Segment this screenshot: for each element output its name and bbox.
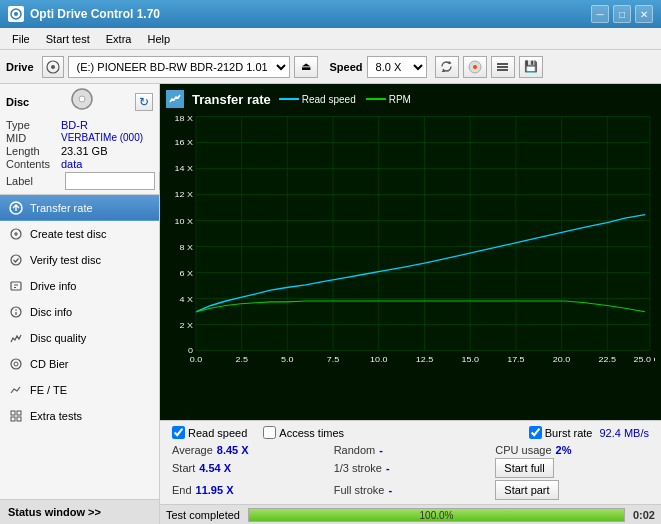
nav-transfer-rate[interactable]: Transfer rate: [0, 195, 159, 221]
nav-disc-quality[interactable]: Disc quality: [0, 325, 159, 351]
transfer-rate-icon: [8, 200, 24, 216]
svg-rect-16: [11, 282, 21, 290]
svg-rect-8: [497, 63, 508, 65]
start-value: 4.54 X: [199, 462, 231, 474]
cpu-value: 2%: [556, 444, 572, 456]
save-button[interactable]: 💾: [519, 56, 543, 78]
disc-mid-label: MID: [6, 132, 61, 144]
svg-text:12 X: 12 X: [174, 190, 193, 199]
start-full-button[interactable]: Start full: [495, 458, 553, 478]
legend-rpm-label: RPM: [389, 94, 411, 105]
svg-point-18: [15, 309, 17, 311]
cd-bier-icon: [8, 356, 24, 372]
stats-row-3: End 11.95 X Full stroke - Start part: [172, 480, 649, 500]
drive-icon-button[interactable]: [42, 56, 64, 78]
svg-text:0.0: 0.0: [190, 355, 203, 364]
verify-test-disc-icon: [8, 252, 24, 268]
svg-text:17.5: 17.5: [507, 355, 525, 364]
disc-contents-row: Contents data: [6, 158, 153, 170]
svg-text:2 X: 2 X: [179, 320, 193, 329]
menu-extra[interactable]: Extra: [98, 31, 140, 47]
chart-title-icon: [166, 90, 184, 108]
menu-file[interactable]: File: [4, 31, 38, 47]
svg-text:25.0 GB: 25.0 GB: [634, 355, 655, 364]
nav-drive-info-label: Drive info: [30, 280, 76, 292]
burn-button[interactable]: [463, 56, 487, 78]
titlebar-left: Opti Drive Control 1.70: [8, 6, 160, 22]
disc-contents-label: Contents: [6, 158, 61, 170]
stat-start-full: Start full: [495, 458, 649, 478]
refresh-button[interactable]: [435, 56, 459, 78]
progress-percent: 100.0%: [420, 509, 454, 520]
cpu-label: CPU usage: [495, 444, 551, 456]
nav-disc-info-label: Disc info: [30, 306, 72, 318]
progress-bar-container: Test completed 100.0% 0:02: [160, 504, 661, 524]
end-value: 11.95 X: [196, 484, 234, 496]
average-label: Average: [172, 444, 213, 456]
svg-text:4 X: 4 X: [179, 294, 193, 303]
menu-start-test[interactable]: Start test: [38, 31, 98, 47]
drive-select[interactable]: (E:) PIONEER BD-RW BDR-212D 1.01: [68, 56, 290, 78]
nav-extra-tests[interactable]: Extra tests: [0, 403, 159, 429]
nav-verify-test-disc[interactable]: Verify test disc: [0, 247, 159, 273]
checkbox-access-times[interactable]: Access times: [263, 426, 344, 439]
stat-end: End 11.95 X: [172, 480, 326, 500]
access-times-checkbox-label: Access times: [279, 427, 344, 439]
status-window-button[interactable]: Status window >>: [0, 500, 159, 524]
toolbar: Drive (E:) PIONEER BD-RW BDR-212D 1.01 ⏏…: [0, 50, 661, 84]
burst-rate-checkbox[interactable]: [529, 426, 542, 439]
svg-text:10.0: 10.0: [370, 355, 388, 364]
disc-type-label: Type: [6, 119, 61, 131]
menu-help[interactable]: Help: [139, 31, 178, 47]
nav-disc-info[interactable]: Disc info: [0, 299, 159, 325]
svg-rect-10: [497, 69, 508, 71]
close-button[interactable]: ✕: [635, 5, 653, 23]
legend-read-speed: Read speed: [279, 94, 356, 105]
svg-text:5.0: 5.0: [281, 355, 294, 364]
extra-tests-icon: [8, 408, 24, 424]
read-speed-checkbox-label: Read speed: [188, 427, 247, 439]
settings-button[interactable]: [491, 56, 515, 78]
nav-transfer-rate-label: Transfer rate: [30, 202, 93, 214]
disc-type-row: Type BD-R: [6, 119, 153, 131]
status-window-label: Status window >>: [8, 506, 101, 518]
maximize-button[interactable]: □: [613, 5, 631, 23]
chart-title-bar: Transfer rate Read speed RPM: [166, 90, 655, 108]
refresh-icon[interactable]: ↻: [135, 93, 153, 111]
eject-button[interactable]: ⏏: [294, 56, 318, 78]
titlebar: Opti Drive Control 1.70 ─ □ ✕: [0, 0, 661, 28]
svg-text:16 X: 16 X: [174, 138, 193, 147]
read-speed-checkbox[interactable]: [172, 426, 185, 439]
disc-contents-value: data: [61, 158, 82, 170]
progress-bar-outer: 100.0%: [248, 508, 625, 522]
stroke13-value: -: [386, 462, 390, 474]
legend-rpm-color: [366, 98, 386, 100]
svg-point-19: [11, 359, 21, 369]
disc-title: Disc: [6, 96, 29, 108]
svg-rect-9: [497, 66, 508, 68]
nav-fe-te[interactable]: FE / TE: [0, 377, 159, 403]
speed-label: Speed: [330, 61, 363, 73]
svg-text:6 X: 6 X: [179, 268, 193, 277]
end-label: End: [172, 484, 192, 496]
minimize-button[interactable]: ─: [591, 5, 609, 23]
start-part-button[interactable]: Start part: [495, 480, 558, 500]
time-text: 0:02: [633, 509, 655, 521]
nav-drive-info[interactable]: Drive info: [0, 273, 159, 299]
chart-container: Transfer rate Read speed RPM: [160, 84, 661, 420]
disc-icon: [71, 88, 93, 115]
disc-label-input[interactable]: [65, 172, 155, 190]
svg-text:2.5: 2.5: [235, 355, 248, 364]
nav-cd-bier-label: CD Bier: [30, 358, 69, 370]
checkbox-read-speed[interactable]: Read speed: [172, 426, 247, 439]
access-times-checkbox[interactable]: [263, 426, 276, 439]
checkbox-burst-rate[interactable]: Burst rate 92.4 MB/s: [529, 426, 649, 439]
speed-select[interactable]: 8.0 X: [367, 56, 427, 78]
stats-row-1: Average 8.45 X Random - CPU usage 2%: [172, 444, 649, 456]
nav-create-test-disc[interactable]: Create test disc: [0, 221, 159, 247]
random-value: -: [379, 444, 383, 456]
nav-items: Transfer rate Create test disc: [0, 195, 159, 499]
nav-cd-bier[interactable]: CD Bier: [0, 351, 159, 377]
full-stroke-label: Full stroke: [334, 484, 385, 496]
nav-create-test-disc-label: Create test disc: [30, 228, 106, 240]
